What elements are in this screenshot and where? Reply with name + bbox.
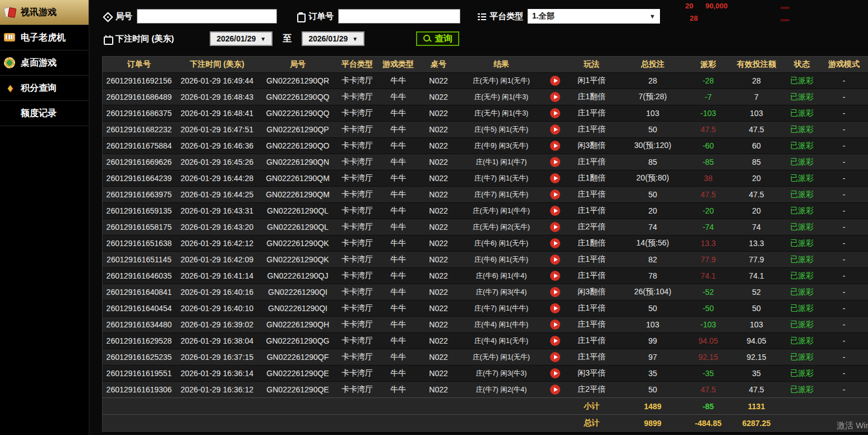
cell-game_type: 牛牛 [377,203,419,219]
replay-button[interactable] [550,76,560,86]
replay-button[interactable] [550,108,560,118]
cell-valid_bet: 92.15 [728,349,784,365]
cell-status: 已派彩 [784,365,819,381]
replay-button[interactable] [550,157,560,167]
date-to-picker[interactable]: 2026/01/29 [302,31,364,46]
cell-round: GN022261290QQ [258,89,337,105]
cell-payout: -103 [688,105,728,121]
grand-total-status-cell [784,415,819,431]
order-number-input[interactable] [338,9,460,24]
replay-button[interactable] [550,238,560,248]
sidebar-item-label: 电子老虎机 [21,32,66,44]
replay-button[interactable] [550,141,560,151]
search-icon [423,34,432,43]
cell-game_type: 牛牛 [377,300,419,316]
cell-mode: - [819,73,868,89]
grand-total-valid-bet: 6287.25 [728,415,784,431]
replay-button[interactable] [550,352,560,362]
sidebar-item[interactable]: 额度记录 [0,101,89,126]
replay-button[interactable] [550,336,560,346]
remnant-dash [781,7,789,9]
cell-replay [544,382,566,397]
cell-bet_type: 庄1平倍 [566,105,617,121]
column-header: 平台类型 [337,59,377,70]
cell-payout: -20 [688,203,728,219]
cell-valid_bet: 50 [728,300,784,316]
date-from-picker[interactable]: 2026/01/29 [210,31,273,46]
order-number-label-group: 订单号 [296,11,334,22]
cell-total_bet: 99 [617,333,688,349]
cell-table_no: N022 [419,300,458,316]
replay-button[interactable] [550,254,560,265]
cell-round: GN022261290QG [258,333,337,349]
cell-mode: - [819,235,868,251]
cell-result: 庄(牛6) 闲1(牛4) [458,268,544,284]
table-row: 2601291616581752026-01-29 16:43:20GN0222… [103,219,868,235]
cell-platform: 卡卡湾厅 [337,235,377,251]
cell-total_bet: 50 [617,122,688,137]
cell-payout: 13.3 [688,235,728,251]
table-row: 2601291616591352026-01-29 16:43:31GN0222… [103,202,868,219]
cell-time: 2026-01-29 16:36:14 [176,365,258,381]
sidebar-item[interactable]: 视讯游戏 [0,0,89,25]
sidebar-item[interactable]: 电子老虎机 [0,25,89,50]
cell-time: 2026-01-29 16:44:25 [176,187,258,202]
cell-result: 庄(无牛) 闲1(无牛) [458,73,544,89]
cell-platform: 卡卡湾厅 [337,382,377,397]
cell-time: 2026-01-29 16:49:44 [176,73,258,89]
cell-valid_bet: 20 [728,170,784,186]
cell-payout: -28 [688,73,728,89]
cell-time: 2026-01-29 16:42:09 [176,252,258,267]
cell-round: GN022261290QO [258,138,337,154]
cell-payout: 77.9 [688,252,728,267]
cell-replay [544,105,566,121]
cell-game_type: 牛牛 [377,349,419,365]
replay-button[interactable] [550,173,560,183]
cell-status: 已派彩 [784,317,819,332]
cell-valid_bet: 35 [728,365,784,381]
grand-total-payout: -484.85 [688,415,728,431]
replay-button[interactable] [550,206,560,216]
sidebar: 视讯游戏电子老虎机桌面游戏积分查询额度记录 [0,0,90,435]
replay-button[interactable] [550,303,560,313]
cell-valid_bet: 13.3 [728,235,784,251]
replay-button[interactable] [550,92,560,102]
cell-payout: -7 [688,89,728,105]
table-row: 2601291616404542026-01-29 16:40:10GN0222… [103,300,868,316]
column-header: 局号 [258,59,337,70]
cell-order: 260129161658175 [103,219,176,235]
cell-time: 2026-01-29 16:37:15 [176,349,258,365]
platform-type-select[interactable]: 1.全部 [528,9,660,24]
cell-platform: 卡卡湾厅 [337,300,377,316]
cell-bet_type: 庄1平倍 [566,300,617,316]
replay-button[interactable] [550,222,560,232]
query-button[interactable]: 查询 [416,31,459,46]
cell-status: 已派彩 [784,122,819,137]
cell-replay [544,365,566,381]
replay-button[interactable] [550,385,560,395]
replay-button[interactable] [550,189,560,200]
cell-bet_type: 庄2平倍 [566,382,617,397]
cell-status: 已派彩 [784,154,819,170]
round-number-input[interactable] [137,9,277,24]
replay-button[interactable] [550,320,560,330]
replay-button[interactable] [550,124,560,135]
cell-bet_type: 庄1平倍 [566,333,617,349]
table-row: 2601291616642392026-01-29 16:44:28GN0222… [103,170,868,186]
cell-order: 260129161682232 [103,122,176,137]
cell-status: 已派彩 [784,300,819,316]
cell-mode: - [819,333,868,349]
replay-button[interactable] [550,287,560,297]
cell-game_type: 牛牛 [377,382,419,397]
cell-result: 庄(牛5) 闲1(无牛) [458,122,544,137]
cell-round: GN022261290QH [258,317,337,332]
cell-status: 已派彩 [784,170,819,186]
replay-button[interactable] [550,271,560,281]
sidebar-item[interactable]: 桌面游戏 [0,50,89,76]
replay-button[interactable] [550,368,560,378]
slot-machine-icon [3,31,17,44]
cell-replay [544,333,566,349]
sidebar-item[interactable]: 积分查询 [0,76,89,101]
cell-platform: 卡卡湾厅 [337,187,377,202]
cell-round: GN022261290QI [258,300,337,316]
